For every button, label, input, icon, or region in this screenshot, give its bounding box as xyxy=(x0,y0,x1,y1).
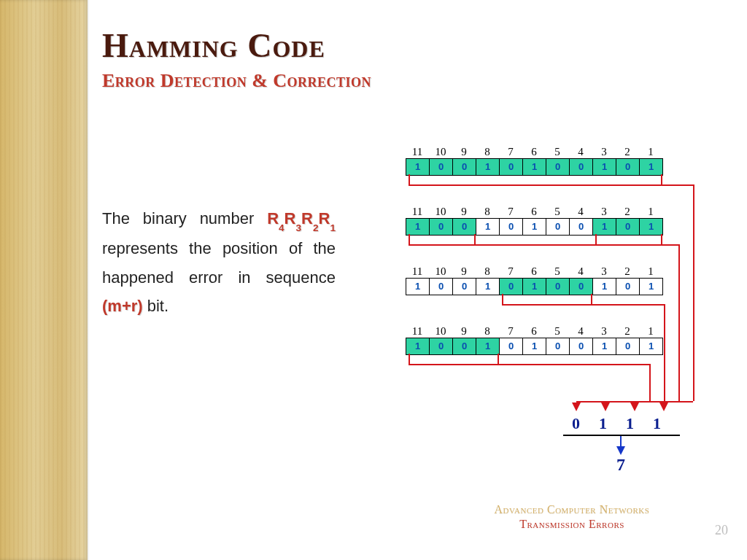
result-value: 7 xyxy=(616,455,625,475)
bit-cell: 0 xyxy=(453,219,476,235)
bitrow-1: 111098765432110010100101 xyxy=(372,146,663,176)
body-r2: R2 xyxy=(301,209,318,228)
subtitle: Error Detection & Correction xyxy=(102,70,371,92)
bit-cell: 0 xyxy=(570,279,593,295)
bit-cell: 0 xyxy=(546,279,570,295)
position-numbers: 1110987654321 xyxy=(406,325,663,338)
bitrow-4: 111098765432110010100101 xyxy=(372,325,663,355)
bit-cells: 10010100101 xyxy=(406,338,663,355)
bit-cell: 1 xyxy=(523,338,546,354)
bit-cell: 0 xyxy=(570,219,593,235)
bit-cell: 0 xyxy=(546,338,570,354)
bit-cell: 1 xyxy=(476,279,500,295)
bit-cell: 0 xyxy=(500,159,523,175)
bit-cell: 1 xyxy=(640,279,662,295)
bit-cell: 1 xyxy=(640,219,662,235)
bit-cell: 0 xyxy=(430,219,453,235)
bit-cells: 10010100101 xyxy=(406,158,663,176)
body-pre: The binary number xyxy=(102,209,267,228)
bit-cell: 0 xyxy=(616,159,640,175)
arrow-down-icon xyxy=(616,446,625,455)
title: Hamming Code xyxy=(102,26,325,65)
result-bits: 0111 xyxy=(572,414,661,433)
body-r3: R3 xyxy=(285,209,301,228)
bit-cell: 0 xyxy=(546,219,570,235)
body-post: bit. xyxy=(143,297,169,315)
page-number: 20 xyxy=(715,523,728,538)
body-r1: R1 xyxy=(319,209,336,228)
arrow-down-icon xyxy=(630,402,639,411)
footer-course: Advanced Computer Networks xyxy=(448,503,696,516)
bit-cell: 1 xyxy=(593,279,616,295)
bit-cell: 1 xyxy=(476,338,500,354)
bit-cell: 1 xyxy=(406,338,430,354)
bitrow-3: 111098765432110010100101 xyxy=(372,265,663,295)
position-numbers: 1110987654321 xyxy=(406,146,663,158)
side-texture xyxy=(0,0,88,560)
bit-cell: 0 xyxy=(500,219,523,235)
body-r4: R4 xyxy=(267,209,284,228)
bit-cell: 1 xyxy=(640,338,662,354)
bit-cell: 1 xyxy=(406,219,430,235)
bit-cell: 0 xyxy=(570,159,593,175)
footer-topic: Transmission Errors xyxy=(448,518,696,531)
bit-cell: 0 xyxy=(453,338,476,354)
hamming-diagram: 1110987654321100101001011110987654321100… xyxy=(372,146,708,474)
bit-cell: 1 xyxy=(523,219,546,235)
bit-cell: 1 xyxy=(640,159,662,175)
result-underline xyxy=(563,435,680,436)
bit-cell: 1 xyxy=(593,338,616,354)
bit-cell: 0 xyxy=(453,159,476,175)
bit-cell: 0 xyxy=(453,279,476,295)
bit-cell: 0 xyxy=(430,159,453,175)
bit-cell: 0 xyxy=(430,279,453,295)
position-numbers: 1110987654321 xyxy=(406,265,663,278)
bit-cell: 1 xyxy=(476,219,500,235)
bit-cell: 0 xyxy=(616,279,640,295)
arrow-down-icon xyxy=(659,402,668,411)
bit-cell: 1 xyxy=(593,159,616,175)
bit-cells: 10010100101 xyxy=(406,278,663,295)
bitrow-2: 111098765432110010100101 xyxy=(372,206,663,236)
arrow-down-icon xyxy=(572,402,581,411)
body-mr: (m+r) xyxy=(102,297,143,315)
bit-cell: 1 xyxy=(523,159,546,175)
body-paragraph: The binary number R4R3R2R1 represents th… xyxy=(102,204,336,321)
bit-cell: 0 xyxy=(500,338,523,354)
bit-cell: 0 xyxy=(616,338,640,354)
bit-cell: 1 xyxy=(406,159,430,175)
body-mid: represents the position of the happened … xyxy=(102,239,336,287)
bit-cell: 0 xyxy=(430,338,453,354)
bit-cell: 0 xyxy=(546,159,570,175)
bit-cell: 0 xyxy=(616,219,640,235)
bit-cell: 0 xyxy=(500,279,523,295)
bit-cells: 10010100101 xyxy=(406,218,663,236)
position-numbers: 1110987654321 xyxy=(406,206,663,218)
bit-cell: 1 xyxy=(593,219,616,235)
bit-cell: 0 xyxy=(570,338,593,354)
bit-cell: 1 xyxy=(523,279,546,295)
slide: Hamming Code Error Detection & Correctio… xyxy=(0,0,747,560)
bit-cell: 1 xyxy=(476,159,500,175)
arrow-down-icon xyxy=(601,402,610,411)
bit-cell: 1 xyxy=(406,279,430,295)
